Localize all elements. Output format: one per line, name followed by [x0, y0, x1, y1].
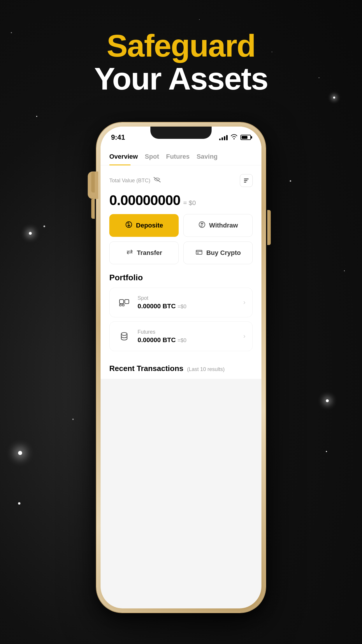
deposit-button[interactable]: Deposite: [109, 214, 179, 237]
headline-section: Safeguard Your Assets: [94, 29, 268, 95]
history-button[interactable]: [240, 174, 253, 187]
star: [36, 116, 37, 117]
spot-name: Spot: [138, 295, 243, 301]
tabs-bar: Overview Spot Futures Saving: [101, 144, 261, 165]
recent-title: Recent Transactions (Last 10 results): [109, 364, 253, 373]
buy-crypto-button[interactable]: Buy Crypto: [183, 242, 253, 264]
svg-point-11: [121, 332, 127, 335]
star: [290, 180, 291, 182]
signal-icon: [219, 134, 228, 140]
tab-saving[interactable]: Saving: [196, 148, 224, 165]
transfer-label: Transfer: [137, 249, 162, 257]
buy-crypto-icon: [195, 248, 203, 258]
svg-rect-7: [120, 300, 124, 304]
tab-spot[interactable]: Spot: [145, 148, 166, 165]
status-time: 9:41: [111, 133, 125, 141]
spot-icon: [117, 295, 132, 310]
headline-line1: Safeguard: [94, 29, 268, 62]
buy-crypto-label: Buy Crypto: [206, 249, 241, 257]
star: [11, 32, 12, 33]
withdraw-icon: [198, 221, 206, 230]
phone-mockup: 9:41: [96, 123, 266, 612]
deposit-icon: [125, 221, 133, 230]
star: [326, 451, 327, 452]
headline-line2: Your Assets: [94, 62, 268, 95]
svg-rect-8: [125, 300, 129, 304]
hide-balance-icon[interactable]: [153, 177, 161, 184]
star: [43, 225, 45, 227]
spot-value: 0.00000 BTC =$0: [138, 302, 243, 310]
spot-info: Spot 0.00000 BTC =$0: [138, 295, 243, 310]
star: [199, 19, 200, 20]
deposit-label: Deposite: [136, 222, 163, 229]
total-value-header: Total Value (BTC): [109, 174, 253, 187]
total-value-amount: 0.00000000: [109, 192, 180, 208]
svg-rect-9: [120, 304, 121, 306]
futures-value: 0.00000 BTC =$0: [138, 336, 243, 344]
svg-rect-0: [244, 178, 249, 179]
transfer-icon: [126, 248, 133, 258]
glow-star: [18, 451, 22, 455]
futures-chevron-icon: ›: [243, 332, 245, 340]
spot-chevron-icon: ›: [243, 299, 245, 306]
glow-star: [326, 399, 329, 402]
svg-rect-5: [196, 250, 202, 254]
withdraw-button[interactable]: Withdraw: [183, 214, 253, 237]
star: [72, 419, 74, 420]
star: [18, 502, 20, 505]
phone-notch: [150, 127, 212, 139]
futures-icon: [117, 329, 132, 344]
portfolio-title: Portfolio: [109, 273, 253, 282]
total-value-usd: = $0: [183, 199, 196, 207]
withdraw-label: Withdraw: [209, 222, 238, 229]
portfolio-section: Portfolio Spot: [101, 270, 261, 361]
svg-rect-1: [244, 180, 247, 181]
phone-frame: 9:41: [96, 123, 266, 612]
tab-futures[interactable]: Futures: [166, 148, 197, 165]
action-buttons-grid: Deposite Withdraw: [101, 214, 261, 270]
svg-rect-10: [122, 304, 124, 306]
star: [319, 77, 319, 78]
glow-star: [333, 97, 335, 99]
star: [344, 270, 345, 271]
portfolio-item-futures[interactable]: Futures 0.00000 BTC =$0 ›: [109, 321, 253, 351]
svg-rect-2: [244, 182, 246, 183]
app-content: Overview Spot Futures Saving: [101, 144, 261, 379]
glow-star: [29, 232, 32, 235]
transfer-button[interactable]: Transfer: [109, 242, 179, 264]
svg-rect-6: [197, 253, 199, 253]
tab-overview[interactable]: Overview: [109, 148, 145, 165]
total-value-section: Total Value (BTC): [101, 165, 261, 214]
total-value-label: Total Value (BTC): [109, 177, 161, 184]
futures-name: Futures: [138, 329, 243, 335]
phone-screen: 9:41: [101, 127, 261, 608]
portfolio-item-spot[interactable]: Spot 0.00000 BTC =$0 ›: [109, 288, 253, 317]
star: [272, 52, 272, 52]
recent-transactions-section: Recent Transactions (Last 10 results): [101, 361, 261, 379]
wifi-icon: [231, 134, 238, 141]
status-icons: [219, 134, 251, 141]
futures-info: Futures 0.00000 BTC =$0: [138, 329, 243, 344]
battery-icon: [240, 135, 251, 140]
